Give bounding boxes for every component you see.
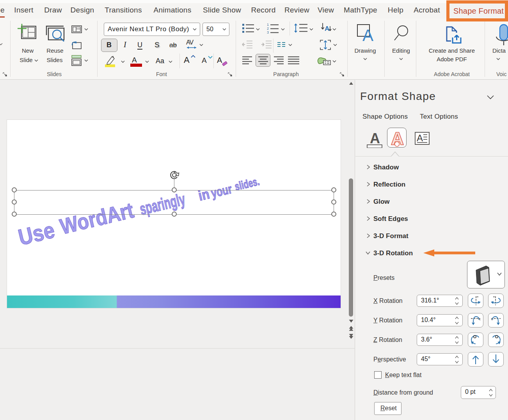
svg-text:A: A	[370, 130, 380, 146]
svg-text:in: in	[197, 186, 211, 204]
svg-text:WordArt: WordArt	[57, 198, 136, 239]
svg-text:2: 2	[267, 27, 269, 30]
svg-text:A: A	[417, 133, 423, 143]
svg-text:1: 1	[267, 23, 269, 27]
svg-text:your: your	[210, 182, 233, 201]
svg-text:A: A	[325, 25, 329, 32]
svg-text:A: A	[362, 26, 373, 43]
svg-text:3: 3	[267, 30, 269, 34]
svg-text:Use: Use	[16, 217, 57, 250]
